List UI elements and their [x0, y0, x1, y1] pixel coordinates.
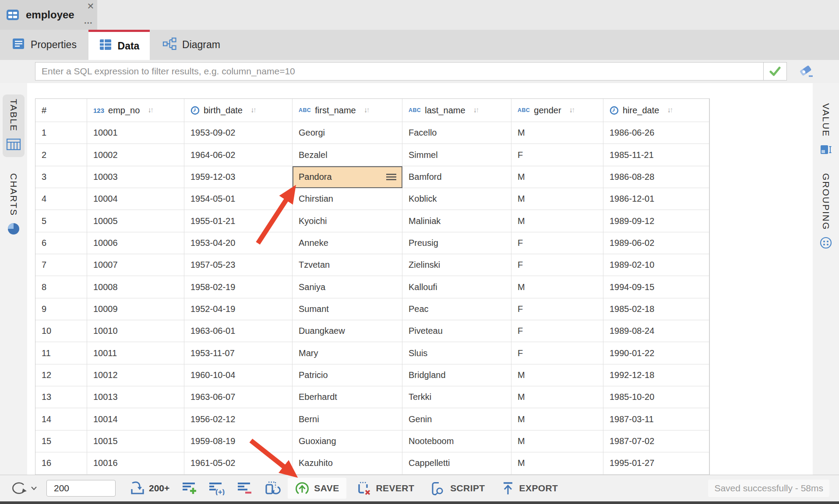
data-cell[interactable]: 10007	[87, 254, 184, 276]
data-cell[interactable]: 10003	[87, 166, 184, 188]
sort-icon[interactable]: ↓↑	[667, 106, 673, 115]
selected-cell[interactable]: Pandora	[293, 166, 402, 188]
data-cell[interactable]: 1959-08-19	[184, 430, 293, 452]
panel-tab-grouping[interactable]: GROUPING	[819, 169, 832, 256]
data-cell[interactable]: 10016	[87, 452, 184, 474]
data-cell[interactable]: M	[511, 430, 603, 452]
data-cell[interactable]: Nooteboom	[402, 430, 511, 452]
row-number[interactable]: 9	[35, 298, 87, 320]
data-cell[interactable]: 1964-06-02	[184, 144, 293, 166]
data-cell[interactable]: Sumant	[293, 298, 402, 320]
row-number[interactable]: 1	[35, 122, 87, 144]
data-cell[interactable]: 10005	[87, 210, 184, 232]
data-cell[interactable]: Duangkaew	[293, 320, 402, 342]
sort-icon[interactable]: ↓↑	[473, 106, 479, 115]
fetch-more-button[interactable]: 200+	[129, 481, 169, 496]
row-number[interactable]: 12	[35, 364, 87, 386]
data-cell[interactable]: 1994-09-15	[603, 276, 709, 298]
data-cell[interactable]: 1963-06-01	[184, 320, 293, 342]
data-cell[interactable]: Koblick	[402, 188, 511, 210]
column-header-last_name[interactable]: ABClast_name↓↑	[402, 99, 511, 122]
data-cell[interactable]: M	[511, 386, 603, 408]
data-cell[interactable]: Berni	[293, 408, 402, 430]
data-cell[interactable]: 1963-06-07	[184, 386, 293, 408]
data-cell[interactable]: F	[511, 254, 603, 276]
data-cell[interactable]: 1990-01-22	[603, 342, 709, 364]
data-cell[interactable]: Preusig	[402, 232, 511, 254]
data-cell[interactable]: Piveteau	[402, 320, 511, 342]
row-number[interactable]: 3	[35, 166, 87, 188]
row-number[interactable]: 14	[35, 408, 87, 430]
row-number[interactable]: 5	[35, 210, 87, 232]
tab-employee[interactable]: employee ✕ ...	[0, 0, 97, 30]
data-cell[interactable]: Cappelletti	[402, 452, 511, 474]
data-cell[interactable]: 1957-05-23	[184, 254, 293, 276]
tab-diagram[interactable]: Diagram	[150, 30, 233, 60]
column-header-first_name[interactable]: ABCfirst_name↓↑	[293, 99, 402, 122]
data-cell[interactable]: 1987-03-11	[603, 408, 709, 430]
data-cell[interactable]: 10013	[87, 386, 184, 408]
data-cell[interactable]: 10011	[87, 342, 184, 364]
row-number[interactable]: 7	[35, 254, 87, 276]
data-cell[interactable]: 1985-10-20	[603, 386, 709, 408]
data-cell[interactable]: 1986-08-28	[603, 166, 709, 188]
data-cell[interactable]: 1985-11-21	[603, 144, 709, 166]
data-cell[interactable]: Georgi	[293, 122, 402, 144]
duplicate-row-button[interactable]: (+)	[208, 480, 226, 497]
data-cell[interactable]: M	[511, 408, 603, 430]
tab-overflow-icon[interactable]: ...	[84, 16, 93, 26]
row-number[interactable]: 8	[35, 276, 87, 298]
row-number[interactable]: 13	[35, 386, 87, 408]
sort-icon[interactable]: ↓↑	[569, 106, 575, 115]
row-number[interactable]: 6	[35, 232, 87, 254]
column-header-emp_no[interactable]: 123emp_no↓↑	[87, 99, 184, 122]
data-cell[interactable]: 10001	[87, 122, 184, 144]
data-cell[interactable]: Terkki	[402, 386, 511, 408]
data-cell[interactable]: Chirstian	[293, 188, 402, 210]
sort-icon[interactable]: ↓↑	[148, 106, 154, 115]
data-cell[interactable]: Simmel	[402, 144, 511, 166]
close-icon[interactable]: ✕	[85, 1, 96, 11]
column-header-rownum[interactable]: #	[35, 99, 87, 122]
data-cell[interactable]: Mary	[293, 342, 402, 364]
data-cell[interactable]: Zielinski	[402, 254, 511, 276]
data-cell[interactable]: Kazuhito	[293, 452, 402, 474]
data-cell[interactable]: Anneke	[293, 232, 402, 254]
data-cell[interactable]: 1952-04-19	[184, 298, 293, 320]
panel-tab-charts[interactable]: CHARTS	[7, 169, 20, 242]
add-row-button[interactable]	[181, 480, 198, 497]
data-cell[interactable]: F	[511, 298, 603, 320]
data-cell[interactable]: 10010	[87, 320, 184, 342]
data-cell[interactable]: 10009	[87, 298, 184, 320]
data-cell[interactable]: 1961-05-02	[184, 452, 293, 474]
data-cell[interactable]: 1953-04-20	[184, 232, 293, 254]
data-cell[interactable]: Sluis	[402, 342, 511, 364]
data-cell[interactable]: Facello	[402, 122, 511, 144]
data-cell[interactable]: 1953-11-07	[184, 342, 293, 364]
column-header-gender[interactable]: ABCgender↓↑	[511, 99, 603, 122]
data-cell[interactable]: 1992-12-18	[603, 364, 709, 386]
clear-filter-button[interactable]	[798, 63, 815, 79]
sql-filter-input[interactable]: Enter a SQL expression to filter results…	[35, 62, 787, 80]
data-cell[interactable]: 10015	[87, 430, 184, 452]
data-cell[interactable]: 1989-09-12	[603, 210, 709, 232]
row-number[interactable]: 2	[35, 144, 87, 166]
data-cell[interactable]: Tzvetan	[293, 254, 402, 276]
data-cell[interactable]: M	[511, 276, 603, 298]
row-number[interactable]: 11	[35, 342, 87, 364]
panel-tab-table[interactable]: TABLE	[3, 94, 25, 157]
row-number[interactable]: 4	[35, 188, 87, 210]
data-cell[interactable]: 10006	[87, 232, 184, 254]
data-cell[interactable]: Bridgland	[402, 364, 511, 386]
data-cell[interactable]: 1989-06-02	[603, 232, 709, 254]
sort-icon[interactable]: ↓↑	[250, 106, 257, 115]
row-number[interactable]: 15	[35, 430, 87, 452]
export-button[interactable]: EXPORT	[501, 481, 558, 496]
data-cell[interactable]: 1986-06-26	[603, 122, 709, 144]
data-cell[interactable]: M	[511, 122, 603, 144]
column-header-hire_date[interactable]: hire_date↓↑	[603, 99, 709, 122]
data-cell[interactable]: 1987-07-02	[603, 430, 709, 452]
data-cell[interactable]: F	[511, 342, 603, 364]
data-cell[interactable]: 1953-09-02	[184, 122, 293, 144]
data-cell[interactable]: Peac	[402, 298, 511, 320]
